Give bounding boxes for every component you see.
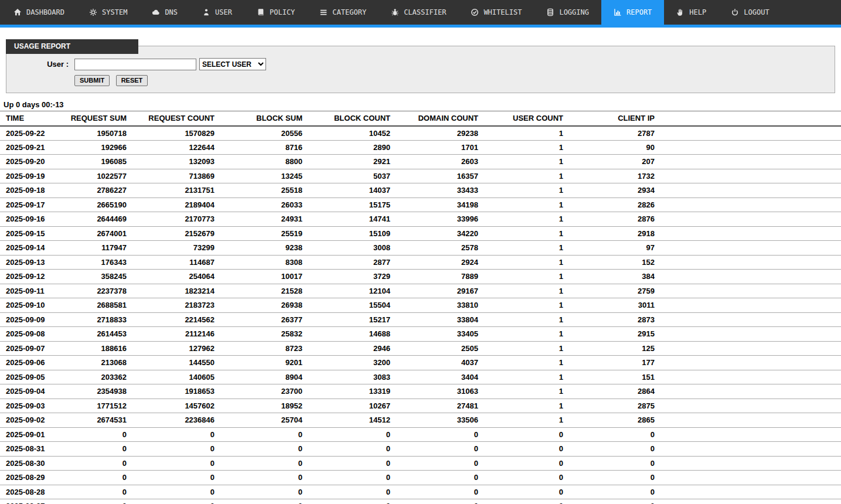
cell-value: 25832 [217,327,305,342]
cell-value: 1457602 [129,399,217,413]
cell-value: 26938 [217,298,305,313]
cell-value: 0 [305,485,393,499]
cell-value: 0 [481,471,566,485]
cell-time: 2025-08-27 [0,499,70,504]
check-circle-icon [471,8,479,16]
cell-value: 0 [393,485,481,499]
cell-value: 8716 [217,140,305,155]
cell-value: 0 [129,427,217,442]
user-input[interactable] [74,59,196,70]
nav-item-label: DASHBOARD [26,8,64,16]
cell-value: 1 [481,270,566,284]
cell-value: 1 [481,284,566,298]
cell-value: 0 [305,499,393,504]
table-row: 2025-09-1235824525406410017372978891384 [0,270,841,284]
nav-item-whitelist[interactable]: WHITELIST [458,0,534,25]
person-icon [202,8,210,16]
column-header: CLIENT IP [566,111,657,126]
cell-value: 2644469 [70,212,129,227]
cell-time: 2025-09-08 [0,327,70,342]
table-row: 2025-09-201960851320938800292126031207 [0,155,841,169]
cell-value: 3404 [393,370,481,384]
cell-filler [657,370,841,384]
nav-item-dashboard[interactable]: DASHBOARD [1,0,77,25]
cell-time: 2025-09-22 [0,126,70,141]
cell-value: 34220 [393,226,481,241]
cell-value: 1 [481,183,566,198]
table-row: 2025-09-22195071815708292055610452292381… [0,126,841,141]
cell-value: 0 [217,485,305,499]
cell-value: 125 [566,341,657,356]
cell-value: 254064 [129,270,217,284]
nav-item-help[interactable]: HELP [664,0,719,25]
cell-value: 2614453 [70,327,129,342]
cell-filler [657,413,841,428]
user-select[interactable]: SELECT USER [199,58,266,70]
cell-value: 1 [481,370,566,384]
cell-time: 2025-09-19 [0,169,70,183]
table-row: 2025-09-052033621406058904308334041151 [0,370,841,384]
cell-value: 4037 [393,356,481,370]
cell-value: 2876 [566,212,657,227]
nav-item-user[interactable]: USER [190,0,244,25]
nav-item-label: SYSTEM [102,8,127,16]
cell-value: 90 [566,140,657,155]
cell-value: 2214562 [129,312,217,327]
cell-value: 2112146 [129,327,217,342]
cell-value: 2183723 [129,298,217,313]
cell-value: 1 [481,197,566,212]
nav-item-dns[interactable]: DNS [139,0,190,25]
cell-value: 97 [566,241,657,256]
nav-item-system[interactable]: SYSTEM [77,0,139,25]
nav-item-logging[interactable]: LOGGING [534,0,601,25]
cell-filler [657,471,841,485]
table-row: 2025-09-16264446921707732493114741339961… [0,212,841,227]
cell-value: 0 [129,442,217,457]
table-row: 2025-08-300000000 [0,456,841,471]
cell-value: 0 [566,456,657,471]
table-row: 2025-09-19102257771386913245503716357117… [0,169,841,183]
cell-value: 24931 [217,212,305,227]
cell-value: 192966 [70,140,129,155]
cell-value: 0 [566,471,657,485]
cell-value: 127962 [129,341,217,356]
cell-value: 0 [70,471,129,485]
cell-filler [657,126,841,141]
nav-item-policy[interactable]: POLICY [244,0,307,25]
cell-time: 2025-09-16 [0,212,70,227]
cell-time: 2025-09-05 [0,370,70,384]
cell-value: 2915 [566,327,657,342]
cell-value: 0 [70,427,129,442]
reset-button[interactable]: RESET [116,75,148,86]
table-row: 2025-09-17266519021894042603315175341981… [0,197,841,212]
cell-value: 14037 [305,183,393,198]
cell-value: 203362 [70,370,129,384]
cell-value: 2665190 [70,197,129,212]
cell-value: 1823214 [129,284,217,298]
nav-item-label: CATEGORY [332,8,366,16]
cell-value: 8800 [217,155,305,169]
cell-value: 1 [481,226,566,241]
nav-item-report[interactable]: REPORT [601,0,664,25]
submit-button[interactable]: SUBMIT [74,75,110,86]
cell-value: 1 [481,140,566,155]
table-row: 2025-08-280000000 [0,485,841,499]
cell-value: 0 [217,471,305,485]
cell-value: 1 [481,341,566,356]
cell-value: 0 [566,485,657,499]
cell-value: 18952 [217,399,305,413]
column-header: BLOCK COUNT [305,111,393,126]
cell-value: 0 [70,456,129,471]
cell-filler [657,399,841,413]
cell-value: 2921 [305,155,393,169]
nav-item-classifier[interactable]: CLASSIFIER [379,0,458,25]
nav-item-label: USER [215,8,232,16]
nav-item-logout[interactable]: LOGOUT [719,0,781,25]
cell-value: 9201 [217,356,305,370]
nav-item-category[interactable]: CATEGORY [307,0,379,25]
hand-icon [676,8,685,16]
cell-value: 140605 [129,370,217,384]
cell-value: 2237378 [70,284,129,298]
cell-value: 1570829 [129,126,217,141]
cell-value: 0 [217,427,305,442]
